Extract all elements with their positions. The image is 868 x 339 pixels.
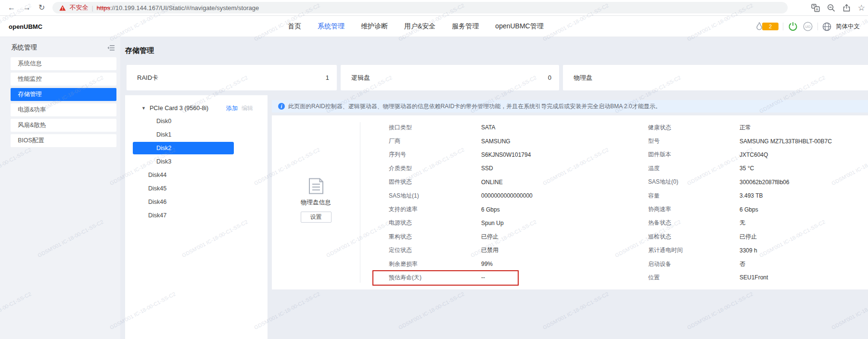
summary-card-label: 物理盘 bbox=[574, 74, 592, 82]
not-secure-label: 不安全 bbox=[69, 3, 88, 12]
caret-down-icon[interactable]: ▼ bbox=[141, 106, 146, 111]
browser-back-button[interactable]: ← bbox=[8, 4, 15, 12]
info-value: 6 Gbps bbox=[481, 206, 500, 213]
nav-item[interactable]: openUBMC管理 bbox=[495, 22, 543, 31]
summary-card-value: 1 bbox=[326, 74, 329, 81]
info-value: 3309 h bbox=[740, 247, 757, 254]
language-globe-icon[interactable] bbox=[822, 22, 831, 31]
info-value: S6KJNS0W101794 bbox=[481, 151, 531, 158]
sidebar-item[interactable]: 系统信息 bbox=[11, 57, 116, 70]
summary-card[interactable]: 物理盘 bbox=[563, 65, 868, 90]
info-row: 接口类型 SATA bbox=[389, 121, 533, 134]
openubmc-logo: openUBMC bbox=[9, 23, 42, 30]
sidebar-menu: 系统信息性能监控存储管理电源&功率风扇&散热BIOS配置 bbox=[0, 57, 120, 147]
nav-item[interactable]: 首页 bbox=[288, 22, 301, 31]
info-label: 启动设备 bbox=[648, 260, 740, 268]
nav-item[interactable]: 服务管理 bbox=[452, 22, 479, 31]
disk-tree-item[interactable]: Disk3 bbox=[125, 155, 268, 168]
info-label: 支持的速率 bbox=[389, 205, 481, 213]
main-nav: 首页系统管理维护诊断用户&安全服务管理openUBMC管理 bbox=[288, 16, 544, 37]
sidebar: 系统管理 系统信息性能监控存储管理电源&功率风扇&散热BIOS配置 bbox=[0, 37, 120, 339]
browser-forward-button[interactable]: → bbox=[23, 4, 31, 12]
info-row: 位置 SEU1Front bbox=[648, 271, 832, 284]
info-row: 型号 SAMSUNG MZ7L33T8HBLT-00B7C bbox=[648, 134, 832, 148]
sidebar-item[interactable]: 存储管理 bbox=[11, 88, 116, 101]
info-value: 6 Gbps bbox=[740, 206, 758, 213]
info-value: JXTC604Q bbox=[740, 151, 768, 158]
info-label: 重构状态 bbox=[389, 233, 481, 241]
summary-cards: RAID卡 1 逻辑盘 0 物理盘 bbox=[127, 65, 868, 90]
info-label: 厂商 bbox=[389, 137, 481, 145]
info-row: 固件状态 ONLINE bbox=[389, 176, 533, 189]
info-label: 电源状态 bbox=[389, 219, 481, 227]
disk-tree-item[interactable]: Disk45 bbox=[125, 182, 268, 195]
settings-button[interactable]: 设置 bbox=[301, 212, 332, 223]
svg-text:UID: UID bbox=[805, 25, 811, 28]
sidebar-item[interactable]: 电源&功率 bbox=[11, 103, 116, 116]
alarm-button[interactable]: 2 bbox=[755, 22, 779, 31]
translate-icon[interactable]: A bbox=[811, 4, 820, 12]
nav-item[interactable]: 用户&安全 bbox=[404, 22, 435, 31]
info-row: 健康状态 正常 bbox=[648, 121, 832, 134]
tree-root-raid-card[interactable]: ▼ PCIe Card 3 (9560-8i) 添加 编辑 bbox=[125, 102, 268, 114]
not-secure-warning-icon[interactable] bbox=[59, 5, 66, 11]
summary-card-label: RAID卡 bbox=[137, 74, 158, 82]
uid-button[interactable]: UID bbox=[803, 21, 813, 32]
info-value: SAMSUNG MZ7L33T8HBLT-00B7C bbox=[740, 138, 832, 145]
info-row: 累计通电时间 3309 h bbox=[648, 244, 832, 257]
address-bar-separator: | bbox=[91, 4, 93, 12]
bookmark-star-icon[interactable]: ☆ bbox=[858, 3, 865, 13]
info-label: 累计通电时间 bbox=[648, 246, 740, 254]
info-row: 热备状态 无 bbox=[648, 216, 832, 230]
sidebar-item[interactable]: 风扇&散热 bbox=[11, 119, 116, 132]
info-value: SAMSUNG bbox=[481, 138, 511, 145]
nav-item[interactable]: 维护诊断 bbox=[361, 22, 388, 31]
add-link[interactable]: 添加 bbox=[226, 104, 238, 113]
disk-info-column-1: 接口类型 SATA 厂商 SAMSUNG 序列号 S6KJNS0W101794 … bbox=[389, 121, 533, 285]
address-bar[interactable]: 不安全 | https://10.199.144.167/UI/Static/#… bbox=[52, 2, 788, 13]
disk-tree-item[interactable]: Disk2 bbox=[133, 142, 234, 154]
summary-card[interactable]: 逻辑盘 0 bbox=[341, 65, 559, 90]
edit-link[interactable]: 编辑 bbox=[242, 104, 253, 113]
header-right-tools: 2 UID 简体中文 bbox=[755, 16, 860, 37]
sidebar-title: 系统管理 bbox=[11, 43, 37, 52]
info-value: 已停止 bbox=[740, 233, 757, 241]
nav-item[interactable]: 系统管理 bbox=[318, 22, 345, 31]
disk-tree-items: Disk0Disk1Disk2Disk3Disk44Disk45Disk46Di… bbox=[125, 114, 268, 222]
sidebar-collapse-icon[interactable] bbox=[107, 45, 115, 51]
info-row: 巡检状态 已停止 bbox=[648, 230, 832, 243]
disk-tree-item[interactable]: Disk44 bbox=[125, 168, 268, 182]
info-row: 预估寿命(天) -- bbox=[389, 271, 533, 284]
panel-divider bbox=[360, 122, 360, 283]
info-value: ONLINE bbox=[481, 179, 503, 186]
info-row: SAS地址(0) 300062b2087f8b06 bbox=[648, 176, 832, 189]
info-label: 介质类型 bbox=[389, 164, 481, 173]
share-icon[interactable] bbox=[842, 4, 851, 12]
disk-tree-item[interactable]: Disk47 bbox=[125, 209, 268, 222]
language-selector[interactable]: 简体中文 bbox=[836, 23, 860, 31]
info-value: Spun Up bbox=[481, 220, 504, 226]
info-label: 协商速率 bbox=[648, 205, 740, 213]
header-divider bbox=[783, 23, 783, 30]
sidebar-item[interactable]: 性能监控 bbox=[11, 73, 116, 86]
info-value: 35 °C bbox=[740, 165, 754, 172]
sidebar-item[interactable]: BIOS配置 bbox=[11, 134, 116, 147]
disk-tree-item[interactable]: Disk0 bbox=[125, 114, 268, 128]
page-url: https://10.199.144.167/UI/Static/#/navig… bbox=[97, 4, 259, 12]
info-value: 0000000000000000 bbox=[481, 192, 533, 199]
browser-reload-button[interactable]: ↻ bbox=[38, 4, 45, 12]
zoom-out-icon[interactable] bbox=[827, 4, 835, 12]
info-label: 固件版本 bbox=[648, 151, 740, 159]
page-title: 存储管理 bbox=[125, 46, 154, 55]
disk-tree-item[interactable]: Disk46 bbox=[125, 195, 268, 209]
disk-tree-item[interactable]: Disk1 bbox=[125, 128, 268, 141]
summary-card[interactable]: RAID卡 1 bbox=[127, 65, 337, 90]
alarm-count-badge: 2 bbox=[762, 23, 779, 30]
disk-info-column-2: 健康状态 正常 型号 SAMSUNG MZ7L33T8HBLT-00B7C 固件… bbox=[648, 121, 832, 285]
tree-root-label: PCIe Card 3 (9560-8i) bbox=[150, 105, 208, 112]
power-button[interactable] bbox=[788, 21, 798, 32]
info-value: 已禁用 bbox=[481, 246, 498, 254]
info-label: 健康状态 bbox=[648, 124, 740, 132]
info-row: 介质类型 SSD bbox=[389, 162, 533, 175]
info-value: 正常 bbox=[740, 124, 751, 132]
